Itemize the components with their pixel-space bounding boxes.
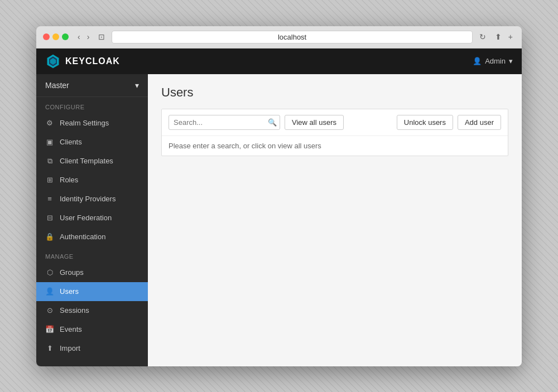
sidebar-item-label: Client Templates <box>60 157 113 165</box>
logo: KEYCLOAK <box>45 54 120 69</box>
sidebar-item-authentication[interactable]: 🔒 Authentication <box>36 228 148 246</box>
browser-chrome: ‹ › ⊡ localhost ↻ ⬆ + <box>36 26 522 49</box>
configure-section-label: Configure <box>36 97 148 114</box>
sidebar-item-groups[interactable]: ⬡ Groups <box>36 263 148 282</box>
search-input[interactable] <box>169 115 280 130</box>
nav-buttons: ‹ › <box>75 31 92 42</box>
realm-selector[interactable]: Master ▾ <box>36 74 148 97</box>
main-layout: Master ▾ Configure ⚙ Realm Settings ▣ Cl… <box>36 74 522 366</box>
browser-actions: ⬆ + <box>493 31 515 42</box>
client-templates-icon: ⧉ <box>45 157 54 166</box>
refresh-button[interactable]: ↻ <box>477 31 488 42</box>
app: KEYCLOAK 👤 Admin ▾ Master ▾ Configure ⚙ … <box>36 49 522 366</box>
content-area: Users 🔍 View all users Unlock users Add … <box>148 74 522 366</box>
realm-name: Master <box>45 81 69 90</box>
forward-button[interactable]: › <box>85 31 92 42</box>
realm-settings-icon: ⚙ <box>45 119 54 128</box>
sidebar-item-label: Roles <box>60 176 78 184</box>
sidebar-item-label: Identity Providers <box>60 195 116 203</box>
realm-dropdown-icon: ▾ <box>135 81 139 90</box>
events-icon: 📅 <box>45 325 54 334</box>
sidebar-item-label: Clients <box>60 138 82 146</box>
minimize-button[interactable] <box>52 33 59 40</box>
admin-label: Admin <box>485 57 506 65</box>
toolbar-row: 🔍 View all users Unlock users Add user <box>162 109 508 136</box>
sessions-icon: ⊙ <box>45 306 54 315</box>
admin-icon: 👤 <box>473 57 482 65</box>
manage-section-label: Manage <box>36 246 148 263</box>
sidebar-item-roles[interactable]: ⊞ Roles <box>36 171 148 190</box>
import-icon: ⬆ <box>45 344 54 353</box>
sidebar-item-events[interactable]: 📅 Events <box>36 320 148 339</box>
users-icon: 👤 <box>45 287 54 296</box>
sidebar-item-label: Import <box>60 344 80 352</box>
close-button[interactable] <box>43 33 50 40</box>
sidebar-item-label: Sessions <box>60 306 89 314</box>
sidebar-item-label: Realm Settings <box>60 119 109 127</box>
toolbar-right: Unlock users Add user <box>397 115 501 130</box>
view-all-users-button[interactable]: View all users <box>285 115 344 130</box>
window-resize-button[interactable]: ⊡ <box>96 31 107 42</box>
share-button[interactable]: ⬆ <box>493 31 504 42</box>
info-message: Please enter a search, or click on view … <box>169 142 321 150</box>
search-wrapper: 🔍 <box>169 115 280 130</box>
new-tab-button[interactable]: + <box>506 31 515 42</box>
unlock-users-button[interactable]: Unlock users <box>397 115 453 130</box>
user-federation-icon: ⊟ <box>45 214 54 222</box>
sidebar-item-realm-settings[interactable]: ⚙ Realm Settings <box>36 114 148 133</box>
top-bar: KEYCLOAK 👤 Admin ▾ <box>36 49 522 74</box>
sidebar-item-label: Groups <box>60 268 84 277</box>
logo-text: KEYCLOAK <box>65 56 120 66</box>
sidebar-item-clients[interactable]: ▣ Clients <box>36 133 148 152</box>
address-bar[interactable]: localhost <box>112 31 472 43</box>
authentication-icon: 🔒 <box>45 233 54 241</box>
search-button[interactable]: 🔍 <box>267 117 278 128</box>
maximize-button[interactable] <box>62 33 69 40</box>
clients-icon: ▣ <box>45 138 54 147</box>
sidebar-item-user-federation[interactable]: ⊟ User Federation <box>36 209 148 228</box>
sidebar-item-client-templates[interactable]: ⧉ Client Templates <box>36 152 148 171</box>
admin-dropdown-icon: ▾ <box>509 57 513 65</box>
admin-menu[interactable]: 👤 Admin ▾ <box>473 57 513 65</box>
sidebar-item-label: Authentication <box>60 233 105 241</box>
traffic-lights <box>43 33 69 40</box>
add-user-button[interactable]: Add user <box>458 115 501 130</box>
sidebar-item-import[interactable]: ⬆ Import <box>36 339 148 358</box>
sidebar-item-sessions[interactable]: ⊙ Sessions <box>36 301 148 320</box>
sidebar-item-label: User Federation <box>60 214 112 222</box>
page-title: Users <box>161 85 508 100</box>
content-panel: 🔍 View all users Unlock users Add user P… <box>161 109 508 156</box>
browser-window: ‹ › ⊡ localhost ↻ ⬆ + KEYCLOAK 👤 Admin <box>36 26 522 366</box>
sidebar: Master ▾ Configure ⚙ Realm Settings ▣ Cl… <box>36 74 148 366</box>
roles-icon: ⊞ <box>45 176 54 185</box>
sidebar-item-identity-providers[interactable]: ≡ Identity Providers <box>36 190 148 209</box>
sidebar-item-label: Events <box>60 325 82 333</box>
sidebar-item-label: Users <box>60 287 79 296</box>
sidebar-item-users[interactable]: 👤 Users <box>36 282 148 301</box>
identity-providers-icon: ≡ <box>45 195 54 204</box>
keycloak-logo-icon <box>45 54 61 69</box>
info-row: Please enter a search, or click on view … <box>162 136 508 156</box>
groups-icon: ⬡ <box>45 268 54 277</box>
back-button[interactable]: ‹ <box>75 31 83 42</box>
